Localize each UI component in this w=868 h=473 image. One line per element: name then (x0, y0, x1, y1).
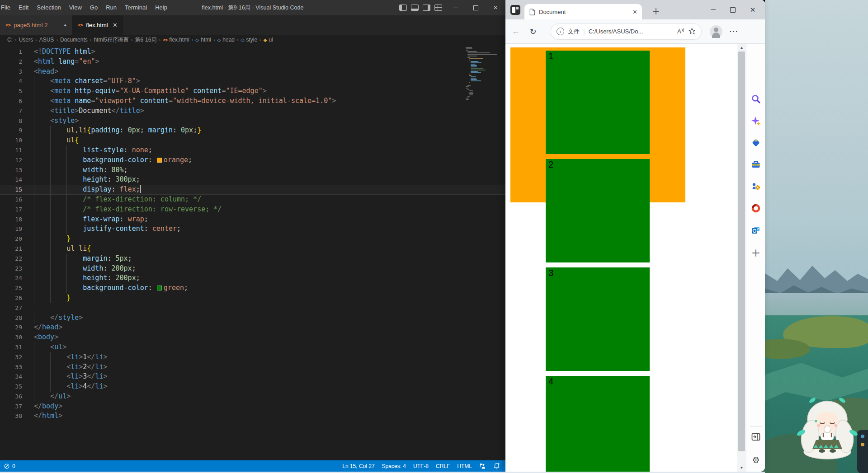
menu-terminal[interactable]: Terminal (121, 0, 151, 15)
code-line[interactable]: 14height: 300px; (0, 175, 505, 185)
menu-run[interactable]: Run (102, 0, 121, 15)
code-line[interactable]: 28</style> (0, 313, 505, 323)
minimap[interactable] (466, 47, 500, 110)
toggle-sidebar-icon[interactable] (399, 5, 407, 11)
code-line[interactable]: 25background-color: green; (0, 283, 505, 293)
code-line[interactable]: 16/* flex-direction: column; */ (0, 195, 505, 205)
code-line[interactable]: 13width: 80%; (0, 165, 505, 175)
read-aloud-icon[interactable]: A (677, 28, 684, 35)
code-line[interactable]: 32<li>1</li> (0, 352, 505, 362)
eol-sequence[interactable]: CRLF (436, 463, 450, 469)
sidebar-collapse-icon[interactable] (750, 431, 761, 442)
sidebar-add-icon[interactable] (750, 248, 761, 258)
code-line[interactable]: 37</body> (0, 402, 505, 412)
menu-selection[interactable]: Selection (33, 0, 65, 15)
close-button[interactable]: ✕ (486, 0, 505, 15)
breadcrumb-item[interactable]: 第6-16周 (135, 36, 156, 44)
profile-avatar[interactable] (710, 25, 722, 38)
code-line[interactable]: 10ul{ (0, 136, 505, 145)
code-line[interactable]: 2<html lang="en"> (0, 57, 505, 67)
code-line[interactable]: 29</head> (0, 323, 505, 333)
code-line[interactable]: 33<li>2</li> (0, 362, 505, 372)
sidebar-toolbox-icon[interactable] (750, 159, 761, 170)
code-line[interactable]: 5<meta http-equiv="X-UA-Compatible" cont… (0, 86, 505, 96)
code-line[interactable]: 23width: 200px; (0, 264, 505, 274)
cursor-position[interactable]: Ln 15, Col 27 (342, 463, 374, 469)
url-text[interactable]: C:/Users/ASUS/Do... (589, 28, 674, 35)
tab-workspaces-icon[interactable] (510, 5, 520, 15)
code-line[interactable]: 1<!DOCTYPE html> (0, 47, 505, 57)
breadcrumb-item[interactable]: html5程序语言 (94, 36, 128, 44)
code-line[interactable]: 7<title>Document</title> (0, 106, 505, 116)
sidebar-outlook-icon[interactable] (750, 225, 761, 236)
new-tab-button[interactable] (649, 5, 663, 18)
code-line[interactable]: 9ul,li{padding: 0px; margin: 0px;} (0, 126, 505, 136)
code-line[interactable]: 20} (0, 234, 505, 244)
breadcrumb-item[interactable]: ◇head (217, 37, 235, 43)
page-info-icon[interactable]: i (557, 28, 564, 35)
sidebar-games-icon[interactable] (750, 181, 761, 192)
scrollbar-thumb[interactable] (738, 52, 745, 451)
browser-tab-document[interactable]: Document ✕ (524, 4, 642, 19)
indentation[interactable]: Spaces: 4 (382, 463, 406, 469)
refresh-button[interactable]: ↻ (526, 27, 540, 37)
code-line[interactable]: 24height: 200px; (0, 273, 505, 283)
code-line[interactable]: 18flex-wrap: wrap; (0, 215, 505, 225)
code-line[interactable]: 12background-color: orange; (0, 155, 505, 165)
code-line[interactable]: 8<style> (0, 116, 505, 126)
breadcrumb-item[interactable]: <>flex.html (163, 37, 189, 43)
sidebar-shopping-icon[interactable] (750, 137, 761, 148)
menu-view[interactable]: View (65, 0, 86, 15)
menu-help[interactable]: Help (151, 0, 171, 15)
maximize-button[interactable] (723, 2, 743, 18)
code-line[interactable]: 30<body> (0, 333, 505, 342)
sidebar-copilot-icon[interactable] (750, 116, 761, 126)
settings-menu-icon[interactable]: ··· (730, 28, 739, 35)
menu-go[interactable]: Go (86, 0, 102, 15)
breadcrumb-item[interactable]: ◇style (241, 37, 257, 43)
menu-file[interactable]: File (0, 0, 14, 15)
problems-indicator[interactable]: 0 (0, 463, 15, 469)
code-line[interactable]: 38</html> (0, 411, 505, 421)
toggle-secondary-sidebar-icon[interactable] (423, 5, 430, 11)
breadcrumb-item[interactable]: ASUS (39, 37, 54, 43)
code-line[interactable]: 21ul li{ (0, 244, 505, 254)
code-line[interactable]: 17/* flex-direction: row-reverse; */ (0, 205, 505, 215)
code-line[interactable]: 6<meta name="viewport" content="width=de… (0, 96, 505, 106)
close-button[interactable]: ✕ (743, 2, 763, 18)
sidebar-office-icon[interactable] (750, 203, 761, 214)
feedback-icon[interactable] (479, 463, 486, 469)
sidebar-settings-icon[interactable]: ⚙ (750, 454, 761, 465)
code-line[interactable]: 22margin: 5px; (0, 254, 505, 264)
code-line[interactable]: 26} (0, 293, 505, 303)
code-line[interactable]: 3<head> (0, 67, 505, 77)
code-line[interactable]: 31<ul> (0, 342, 505, 352)
code-editor[interactable]: 1<!DOCTYPE html>2<html lang="en">3<head>… (0, 45, 505, 421)
tab-flex-html[interactable]: <> flex.html ✕ (72, 15, 123, 35)
breadcrumb-item[interactable]: C: (7, 37, 13, 43)
customize-layout-icon[interactable] (434, 5, 442, 11)
minimize-button[interactable] (446, 0, 466, 15)
encoding[interactable]: UTF-8 (413, 463, 429, 469)
toggle-panel-icon[interactable] (411, 5, 419, 11)
back-button[interactable]: ← (509, 27, 523, 36)
code-line[interactable]: 19justify-content: center; (0, 224, 505, 234)
scroll-up-icon[interactable]: ▲ (737, 44, 746, 52)
favorites-star-icon[interactable] (688, 28, 696, 35)
minimize-button[interactable] (703, 2, 723, 18)
code-line[interactable]: 35<li>4</li> (0, 382, 505, 392)
unsaved-dot-icon[interactable]: ● (64, 23, 66, 28)
code-line[interactable]: 36</ul> (0, 392, 505, 402)
address-bar[interactable]: i 文件 | C:/Users/ASUS/Do... A (551, 23, 702, 40)
code-line[interactable]: 34<li>3</li> (0, 372, 505, 382)
tab-page5-html[interactable]: <> page5.html 2 ● (0, 15, 72, 35)
breadcrumb-item[interactable]: ◇html (196, 37, 211, 43)
maximize-button[interactable] (466, 0, 486, 15)
breadcrumb-item[interactable]: Documents (60, 37, 88, 43)
code-line[interactable]: 15display: flex; (0, 185, 505, 195)
sidebar-search-icon[interactable] (750, 94, 761, 104)
breadcrumb-item[interactable]: Users (19, 37, 33, 43)
code-line[interactable]: 11list-style: none; (0, 145, 505, 155)
scroll-down-icon[interactable]: ▼ (737, 464, 746, 472)
breadcrumb-item[interactable]: ◆ul (264, 37, 273, 43)
